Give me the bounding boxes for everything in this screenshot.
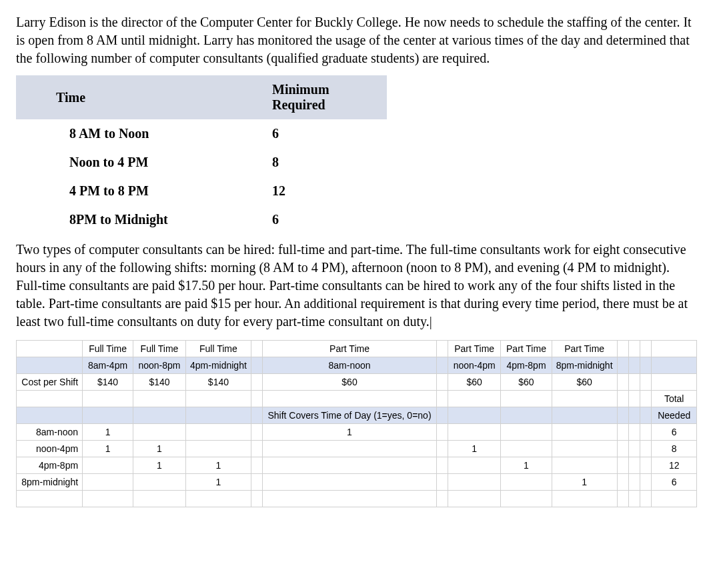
sheet-body-row: 4pm-8pm 1 1 1 12	[17, 457, 697, 474]
sheet-cell: Full Time	[133, 341, 185, 357]
sheet-row-cover-header: Shift Covers Time of Day (1=yes, 0=no) N…	[17, 407, 697, 424]
table-row: 8 AM to Noon 6	[16, 119, 387, 148]
sheet-cell	[448, 474, 501, 491]
needed-cell: 6	[652, 424, 697, 441]
sheet-cell: 4pm-8pm	[501, 357, 552, 374]
sheet-cell	[501, 424, 552, 441]
body-row-label: 8am-noon	[17, 424, 83, 441]
sheet-cell: $60	[448, 374, 501, 391]
sheet-cell	[552, 424, 617, 441]
req-time-cell: 8 AM to Noon	[16, 119, 257, 148]
sheet-body-row: 8pm-midnight 1 1 6	[17, 474, 697, 491]
body-row-label: 4pm-8pm	[17, 457, 83, 474]
needed-cell: 6	[652, 474, 697, 491]
sheet-cell: Part Time	[501, 341, 552, 357]
sheet-cell	[501, 474, 552, 491]
requirements-header-min: Minimum Required	[257, 75, 387, 119]
sheet-cell	[83, 457, 133, 474]
sheet-cell: 8pm-midnight	[552, 357, 617, 374]
sheet-cell: $140	[83, 374, 133, 391]
requirements-header-time: Time	[16, 75, 257, 119]
sheet-cell: 1	[83, 424, 133, 441]
sheet-cell	[552, 457, 617, 474]
problem-paragraph-1: Larry Edison is the director of the Comp…	[16, 13, 697, 67]
sheet-blank-row	[17, 491, 697, 507]
req-time-cell: 4 PM to 8 PM	[16, 177, 257, 205]
sheet-cell	[448, 457, 501, 474]
body-row-label: noon-4pm	[17, 441, 83, 457]
problem-paragraph-2: Two types of computer consultants can be…	[16, 241, 697, 331]
sheet-body-row: noon-4pm 1 1 1 8	[17, 441, 697, 457]
sheet-cell: 4pm-midnight	[186, 357, 251, 374]
sheet-cell: 1	[552, 474, 617, 491]
table-row: Noon to 4 PM 8	[16, 148, 387, 177]
sheet-cell	[83, 474, 133, 491]
spreadsheet-table: Full Time Full Time Full Time Part Time …	[16, 340, 697, 507]
sheet-cell: 1	[133, 441, 185, 457]
sheet-cell: $60	[552, 374, 617, 391]
sheet-cell: 1	[501, 457, 552, 474]
sheet-cell: Part Time	[263, 341, 437, 357]
sheet-cell: 1	[133, 457, 185, 474]
sheet-row-total-label: Total	[17, 391, 697, 407]
requirements-table: Time Minimum Required 8 AM to Noon 6 Noo…	[16, 75, 387, 234]
needed-cell: 8	[652, 441, 697, 457]
req-min-cell: 8	[257, 148, 387, 177]
sheet-cell: Part Time	[552, 341, 617, 357]
sheet-cell: Full Time	[83, 341, 133, 357]
sheet-cell: 1	[186, 474, 251, 491]
sheet-cell: noon-8pm	[133, 357, 185, 374]
sheet-cell: Part Time	[448, 341, 501, 357]
sheet-cell	[133, 474, 185, 491]
sheet-row-type: Full Time Full Time Full Time Part Time …	[17, 341, 697, 357]
body-row-label: 8pm-midnight	[17, 474, 83, 491]
needed-label: Needed	[652, 407, 697, 424]
req-min-cell: 6	[257, 119, 387, 148]
sheet-cell: 1	[448, 441, 501, 457]
cost-per-shift-label: Cost per Shift	[17, 374, 83, 391]
sheet-cell: 8am-4pm	[83, 357, 133, 374]
sheet-cell	[186, 441, 251, 457]
sheet-cell: $60	[263, 374, 437, 391]
table-row: 4 PM to 8 PM 12	[16, 177, 387, 205]
sheet-cell	[263, 457, 437, 474]
sheet-cell: $140	[133, 374, 185, 391]
sheet-row-shift: 8am-4pm noon-8pm 4pm-midnight 8am-noon n…	[17, 357, 697, 374]
sheet-cell	[186, 424, 251, 441]
sheet-cell	[448, 424, 501, 441]
sheet-cell: 1	[186, 457, 251, 474]
sheet-cell: 8am-noon	[263, 357, 437, 374]
sheet-cell: 1	[83, 441, 133, 457]
sheet-cell: Full Time	[186, 341, 251, 357]
req-time-cell: 8PM to Midnight	[16, 205, 257, 234]
shift-covers-header: Shift Covers Time of Day (1=yes, 0=no)	[263, 407, 437, 424]
sheet-row-cost: Cost per Shift $140 $140 $140 $60 $60 $6…	[17, 374, 697, 391]
sheet-cell: $140	[186, 374, 251, 391]
sheet-cell	[263, 474, 437, 491]
req-min-cell: 6	[257, 205, 387, 234]
total-label: Total	[652, 391, 697, 407]
sheet-cell	[501, 441, 552, 457]
sheet-cell: noon-4pm	[448, 357, 501, 374]
sheet-cell	[133, 424, 185, 441]
table-row: 8PM to Midnight 6	[16, 205, 387, 234]
sheet-cell	[263, 441, 437, 457]
sheet-cell: $60	[501, 374, 552, 391]
needed-cell: 12	[652, 457, 697, 474]
sheet-body-row: 8am-noon 1 1 6	[17, 424, 697, 441]
req-min-cell: 12	[257, 177, 387, 205]
sheet-cell	[552, 441, 617, 457]
req-time-cell: Noon to 4 PM	[16, 148, 257, 177]
sheet-cell: 1	[263, 424, 437, 441]
